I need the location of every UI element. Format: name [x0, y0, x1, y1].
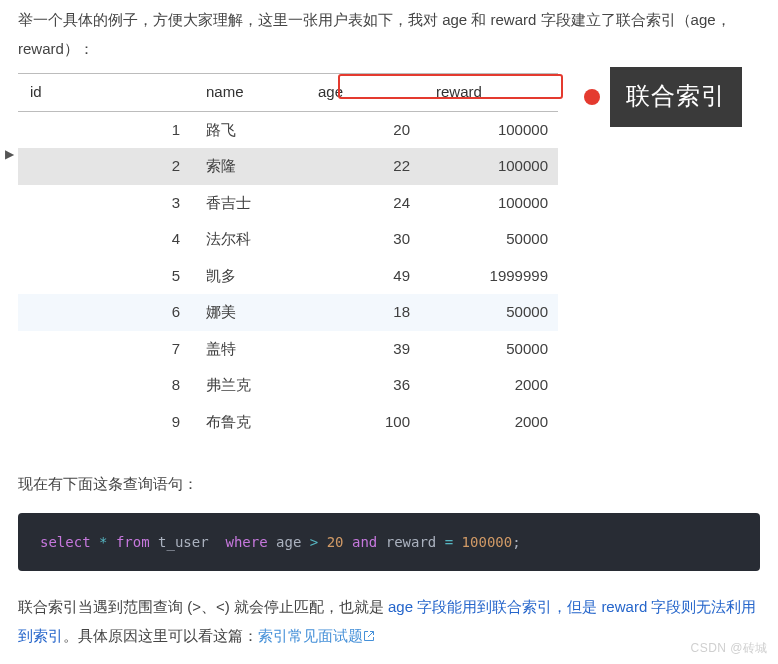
cell-id: 6 [18, 294, 198, 331]
th-name: name [198, 74, 318, 112]
composite-index-callout: 联合索引 [584, 67, 742, 127]
cell-age: 22 [318, 148, 428, 185]
cell-age: 20 [318, 111, 428, 148]
num-v1: 20 [327, 534, 344, 550]
cell-age: 24 [318, 185, 428, 222]
op-eq: = [445, 534, 453, 550]
cell-id: 7 [18, 331, 198, 368]
callout-label: 联合索引 [610, 67, 742, 127]
kw-and: and [352, 534, 377, 550]
cell-name: 香吉士 [198, 185, 318, 222]
faq-link-label: 索引常见面试题 [258, 627, 363, 644]
cell-name: 布鲁克 [198, 404, 318, 441]
table-row: 1 路飞 20 100000 [18, 111, 558, 148]
table-row: 4 法尔科 30 50000 [18, 221, 558, 258]
cell-id: 4 [18, 221, 198, 258]
cell-reward: 2000 [428, 404, 558, 441]
faq-link[interactable]: 索引常见面试题 [258, 627, 375, 644]
table-row: 5 凯多 49 1999999 [18, 258, 558, 295]
intro-paragraph: 举一个具体的例子，方便大家理解，这里一张用户表如下，我对 age 和 rewar… [18, 6, 760, 63]
cell-name: 娜美 [198, 294, 318, 331]
cell-reward: 100000 [428, 111, 558, 148]
tok-table: t_user [158, 534, 209, 550]
th-id: id [18, 74, 198, 112]
table-row: 7 盖特 39 50000 [18, 331, 558, 368]
user-table: id name age reward 1 路飞 20 100000 2 索隆 2… [18, 73, 558, 440]
table-row: 6 娜美 18 50000 [18, 294, 558, 331]
cell-name: 路飞 [198, 111, 318, 148]
table-row: 3 香吉士 24 100000 [18, 185, 558, 222]
cell-id: 1 [18, 111, 198, 148]
external-link-icon [363, 630, 375, 642]
composite-index-highlight [338, 74, 563, 99]
tok-c2: reward [386, 534, 437, 550]
user-table-wrap: ▶ 联合索引 id name age reward 1 路飞 20 100000… [18, 73, 760, 440]
cell-age: 39 [318, 331, 428, 368]
cell-id: 9 [18, 404, 198, 441]
tok-semi: ; [512, 534, 520, 550]
table-row: 8 弗兰克 36 2000 [18, 367, 558, 404]
cell-reward: 50000 [428, 331, 558, 368]
cell-reward: 50000 [428, 221, 558, 258]
cell-age: 30 [318, 221, 428, 258]
cell-id: 3 [18, 185, 198, 222]
tail-text-c: 。具体原因这里可以看这篇： [63, 627, 258, 644]
op-star: * [99, 534, 107, 550]
sql-codeblock: select * from t_user where age > 20 and … [18, 513, 760, 572]
kw-where: where [225, 534, 267, 550]
cell-reward: 1999999 [428, 258, 558, 295]
cell-reward: 2000 [428, 367, 558, 404]
watermark: CSDN @砖城 [690, 637, 768, 660]
cell-age: 36 [318, 367, 428, 404]
cell-id: 8 [18, 367, 198, 404]
cell-age: 18 [318, 294, 428, 331]
cell-name: 弗兰克 [198, 367, 318, 404]
tok-c1: age [276, 534, 301, 550]
cell-reward: 50000 [428, 294, 558, 331]
cell-age: 49 [318, 258, 428, 295]
cell-name: 法尔科 [198, 221, 318, 258]
num-v2: 100000 [462, 534, 513, 550]
kw-from: from [116, 534, 150, 550]
cell-name: 盖特 [198, 331, 318, 368]
tail-paragraph: 联合索引当遇到范围查询 (>、<) 就会停止匹配，也就是 age 字段能用到联合… [18, 593, 760, 650]
cell-id: 2 [18, 148, 198, 185]
table-row: 9 布鲁克 100 2000 [18, 404, 558, 441]
cell-name: 凯多 [198, 258, 318, 295]
cell-reward: 100000 [428, 148, 558, 185]
cell-id: 5 [18, 258, 198, 295]
op-gt: > [310, 534, 318, 550]
cell-reward: 100000 [428, 185, 558, 222]
cell-name: 索隆 [198, 148, 318, 185]
callout-dot-icon [584, 89, 600, 105]
tail-text-a: 联合索引当遇到范围查询 (>、<) 就会停止匹配，也就是 [18, 598, 388, 615]
row-pointer-icon: ▶ [5, 143, 14, 166]
kw-select: select [40, 534, 91, 550]
cell-age: 100 [318, 404, 428, 441]
mid-paragraph: 现在有下面这条查询语句： [18, 470, 760, 499]
table-row: 2 索隆 22 100000 [18, 148, 558, 185]
